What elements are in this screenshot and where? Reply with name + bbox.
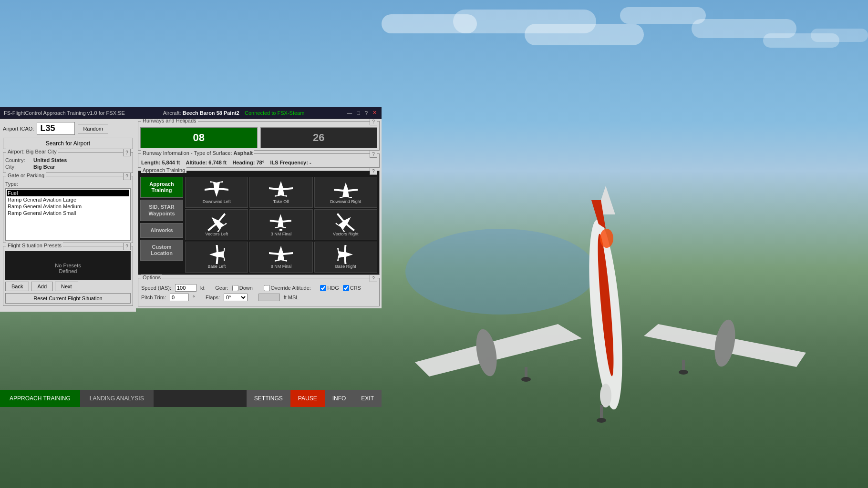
takeoff-icon — [269, 180, 293, 199]
parking-type-list[interactable]: FuelRamp General Aviation LargeRamp Gene… — [5, 188, 131, 241]
aircraft-silhouette — [391, 162, 820, 472]
options-section: Options ? Speed (IAS): kt Gear: Down Ove… — [138, 278, 380, 306]
next-button[interactable]: Next — [55, 282, 78, 291]
crs-checkbox[interactable] — [343, 285, 349, 291]
pitch-unit: ° — [193, 295, 195, 300]
close-button[interactable]: ✕ — [372, 110, 378, 116]
runway-details: Length: 5,844 ft Altitude: 6,748 ft Head… — [141, 160, 376, 165]
landing-analysis-tab[interactable]: LANDING ANALYSIS — [80, 390, 154, 407]
options-help[interactable]: ? — [370, 274, 377, 282]
override-unit: ft MSL — [284, 295, 299, 300]
pitch-input[interactable] — [170, 294, 189, 301]
aircraft-info: Aircraft: Beech Baron 58 Paint2 Connecte… — [163, 110, 305, 116]
approach-cell-downwind-left[interactable]: Downwind Left — [185, 177, 248, 208]
approach-help[interactable]: ? — [370, 167, 377, 175]
connection-status: Connected to FSX-Steam — [245, 110, 304, 116]
airport-details: Country: United States City: Big Bear — [5, 157, 131, 170]
3nm-final-icon — [269, 213, 293, 232]
reset-flight-button[interactable]: Reset Current Flight Situation — [5, 293, 131, 304]
runways-section: Runways and Helipads ? 08 26 — [138, 121, 380, 151]
svg-rect-16 — [279, 229, 282, 231]
sid-star-mode[interactable]: SID, STARWaypoints — [140, 200, 183, 221]
runway-altitude: 6,748 ft — [208, 160, 227, 165]
pause-button[interactable]: PAUSE — [290, 390, 325, 407]
aircraft-name: Beech Baron 58 Paint2 — [183, 110, 239, 116]
approach-cell-8nm-final[interactable]: 8 NM Final — [249, 242, 312, 273]
vectors-right-icon — [334, 213, 358, 232]
base-left-label: Base Left — [207, 264, 226, 269]
mode-buttons: ApproachTraining SID, STARWaypoints Airw… — [140, 177, 183, 273]
approach-training-mode[interactable]: ApproachTraining — [140, 177, 183, 198]
speed-label: Speed (IAS): — [141, 285, 171, 291]
override-altitude-check[interactable]: Override Altitude: — [264, 285, 311, 291]
info-button[interactable]: INFO — [325, 390, 354, 407]
add-button[interactable]: Add — [31, 282, 53, 291]
gate-parking-section: Gate or Parking ? Type: FuelRamp General… — [3, 176, 133, 243]
settings-button[interactable]: SETTINGS — [247, 390, 290, 407]
maximize-button[interactable]: □ — [356, 110, 361, 116]
help-button[interactable]: ? — [364, 110, 369, 116]
search-airport-button[interactable]: Search for Airport — [3, 138, 133, 149]
ils-frequency: - — [310, 160, 311, 165]
takeoff-label: Take Off — [273, 199, 289, 204]
8nm-final-label: 8 NM Final — [271, 264, 292, 269]
approach-training-tab[interactable]: APPROACH TRAINING — [0, 390, 80, 407]
approach-cell-vectors-left[interactable]: Vectors Left — [185, 209, 248, 240]
presets-list-area: No PresetsDefined — [5, 251, 131, 280]
downwind-right-label: Downwind Right — [330, 199, 361, 204]
downwind-left-icon — [205, 180, 228, 199]
back-button[interactable]: Back — [5, 282, 29, 291]
runway-info-section: Runway Information - Type of Surface: As… — [138, 153, 380, 168]
parking-type-item[interactable]: Fuel — [7, 190, 129, 196]
airport-info-help[interactable]: ? — [123, 149, 131, 156]
8nm-final-icon — [269, 245, 293, 264]
svg-point-15 — [679, 370, 688, 375]
custom-location-mode[interactable]: CustomLocation — [140, 240, 183, 261]
approach-cell-3nm-final[interactable]: 3 NM Final — [249, 209, 312, 240]
surface-type: Asphalt — [234, 150, 253, 156]
icao-label: Airport ICAO: — [3, 126, 34, 132]
gear-down-checkbox[interactable] — [232, 285, 238, 291]
exit-button[interactable]: EXIT — [353, 390, 382, 407]
for-sim-text: for FSX:SE — [99, 110, 125, 116]
parking-type-item[interactable]: Ramp General Aviation Small — [7, 210, 129, 216]
runway-08-button[interactable]: 08 — [140, 127, 258, 148]
approach-grid: Downwind LeftTake OffDownwind RightVecto… — [185, 177, 377, 273]
crs-check[interactable]: CRS — [343, 285, 361, 291]
right-panel: Runways and Helipads ? 08 26 Runway Info… — [136, 119, 382, 308]
base-left-icon — [205, 245, 228, 264]
hdg-check[interactable]: HDG — [320, 285, 339, 291]
svg-point-9 — [600, 384, 611, 407]
svg-point-8 — [600, 229, 613, 248]
gear-label: Gear: — [215, 285, 228, 291]
minimize-button[interactable]: — — [346, 110, 353, 116]
gear-down-check[interactable]: Down — [232, 285, 253, 291]
flaps-select[interactable]: 0° 10° 20° 30° — [224, 294, 248, 301]
runway-info-help[interactable]: ? — [370, 150, 377, 158]
presets-info-help[interactable]: ? — [123, 243, 131, 250]
approach-cell-takeoff[interactable]: Take Off — [249, 177, 312, 208]
random-button[interactable]: Random — [78, 124, 108, 133]
airworks-mode[interactable]: Airworks — [140, 223, 183, 238]
vectors-right-label: Vectors Right — [333, 232, 359, 237]
base-right-icon — [334, 245, 358, 264]
options-row-2: Pitch Trim: ° Flaps: 0° 10° 20° 30° ft M… — [141, 294, 376, 301]
airport-info-section: Airport: Big Bear City ? Country: United… — [3, 152, 133, 173]
parking-type-item[interactable]: Ramp General Aviation Medium — [7, 203, 129, 210]
runway-26-button[interactable]: 26 — [260, 127, 378, 148]
approach-cell-vectors-right[interactable]: Vectors Right — [314, 209, 377, 240]
approach-cell-base-right[interactable]: Base Right — [314, 242, 377, 273]
runway-info-label: Runway Information - Type of Surface: As… — [141, 150, 254, 156]
icao-input[interactable] — [37, 122, 75, 135]
hdg-checkbox[interactable] — [320, 285, 326, 291]
base-right-label: Base Right — [335, 264, 356, 269]
approach-cell-base-left[interactable]: Base Left — [185, 242, 248, 273]
override-altitude-input — [258, 294, 280, 301]
speed-input[interactable] — [175, 284, 196, 292]
override-checkbox[interactable] — [264, 285, 270, 291]
approach-cell-downwind-right[interactable]: Downwind Right — [314, 177, 377, 208]
parking-type-item[interactable]: Ramp General Aviation Large — [7, 196, 129, 203]
3nm-final-label: 3 NM Final — [271, 232, 292, 237]
runway-buttons: 08 26 — [140, 127, 377, 148]
gate-info-help[interactable]: ? — [123, 173, 131, 180]
